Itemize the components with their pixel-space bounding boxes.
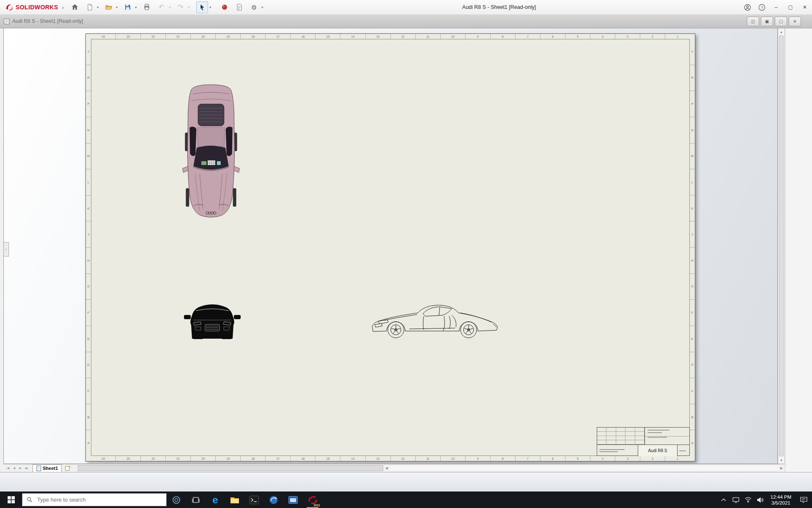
account-icon[interactable] (740, 0, 754, 14)
vertical-scroll-thumb[interactable] (779, 36, 784, 456)
save-caret-icon[interactable]: ▾ (134, 6, 138, 9)
3dexperience-icon[interactable] (264, 491, 283, 508)
zone-label: J (690, 221, 695, 247)
start-icon[interactable] (0, 491, 22, 508)
drawing-view-front[interactable] (183, 301, 241, 340)
volume-icon[interactable] (754, 491, 767, 508)
scroll-up-icon[interactable]: ▲ (778, 28, 785, 35)
tray-date: 3/5/2021 (771, 500, 790, 506)
file-explorer-icon[interactable] (225, 491, 244, 508)
file-properties-icon[interactable] (233, 1, 245, 13)
drawing-view-side[interactable] (369, 303, 502, 340)
sheet-nav-prev-icon[interactable]: ◀ (11, 465, 17, 472)
undo-caret-icon[interactable]: ▾ (168, 6, 172, 9)
zone-label: 8 (490, 456, 515, 461)
zone-label: 24 (91, 456, 115, 461)
open-caret-icon[interactable]: ▾ (115, 6, 119, 9)
help-icon[interactable]: ? (754, 0, 769, 14)
zone-label: 15 (315, 34, 340, 39)
doc-cascade-icon[interactable]: ▣ (761, 17, 773, 26)
zone-label: A (86, 430, 91, 456)
scroll-left-icon[interactable]: ◀ (383, 465, 390, 471)
horizontal-scroll-thumb[interactable] (78, 465, 383, 471)
app-titlebar: SOLIDWORKS › ▾ ▾ ▾ (0, 0, 812, 15)
display-icon[interactable] (730, 491, 742, 508)
zone-label: 7 (515, 456, 540, 461)
new-document-icon[interactable] (84, 1, 96, 13)
clock[interactable]: 12:44 PM 3/5/2021 (767, 494, 795, 506)
print-icon[interactable] (141, 1, 153, 13)
app-window-icon[interactable] (283, 491, 303, 508)
zone-label: 17 (265, 456, 290, 461)
network-icon[interactable] (742, 491, 754, 508)
notifications-icon[interactable] (795, 491, 812, 508)
zone-band-bottom: 242322212019181716151413121110987654321 (91, 456, 690, 461)
drawing-sheet[interactable]: 242322212019181716151413121110987654321 … (85, 33, 695, 461)
sheet-nav-next-icon[interactable]: ▶ (17, 465, 24, 472)
doc-close-icon[interactable]: ✕ (789, 17, 801, 26)
close-icon[interactable]: ✕ (798, 0, 812, 14)
appearance-sphere-icon[interactable] (219, 1, 230, 13)
brand-expand-arrow[interactable]: › (62, 4, 63, 11)
zone-label: 2 (640, 34, 665, 39)
title-block-revision-table (597, 428, 645, 444)
panel-collapse-chevron-icon[interactable]: ‹ (3, 242, 9, 257)
select-cursor-icon[interactable] (196, 1, 208, 13)
zone-label: 5 (565, 456, 590, 461)
horizontal-scroll-track[interactable] (390, 465, 778, 472)
zone-label: 6 (540, 456, 565, 461)
task-view-icon[interactable] (186, 491, 206, 508)
zone-label: A (690, 430, 695, 456)
new-caret-icon[interactable]: ▾ (96, 6, 100, 9)
zone-label: H (690, 247, 695, 273)
maximize-icon[interactable]: ▢ (783, 0, 798, 14)
save-icon[interactable] (122, 1, 134, 13)
vertical-scrollbar[interactable]: ▲ ▼ (778, 28, 785, 464)
search-icon (27, 497, 33, 503)
home-icon[interactable] (69, 1, 81, 13)
edge-icon[interactable]: e (206, 491, 225, 508)
zone-label: 1 (665, 456, 690, 461)
select-caret-icon[interactable]: ▾ (208, 6, 212, 9)
minimize-icon[interactable]: – (769, 0, 783, 14)
drawing-view-top[interactable] (181, 84, 241, 218)
taskbar-search[interactable] (22, 493, 167, 506)
zone-label: 14 (340, 456, 365, 461)
options-caret-icon[interactable]: ▾ (261, 6, 264, 9)
zone-label: N (690, 117, 695, 143)
task-pane-collapsed[interactable] (785, 28, 812, 472)
zone-label: 19 (215, 456, 240, 461)
sheet-nav-first-icon[interactable]: |◀ (5, 465, 11, 472)
tab-sheet1[interactable]: Sheet1 (33, 464, 62, 472)
search-input[interactable] (36, 496, 162, 503)
redo-caret-icon[interactable]: ▾ (187, 6, 191, 9)
open-folder-icon[interactable] (103, 1, 115, 13)
undo-icon[interactable]: ↶ (156, 1, 167, 13)
title-block-notes (597, 445, 638, 456)
cortana-icon[interactable] (167, 491, 186, 508)
doc-tile-icon[interactable]: ◫ (747, 17, 759, 26)
sheet-nav-last-icon[interactable]: ▶| (24, 465, 30, 472)
zone-label: T (690, 39, 695, 65)
redo-icon[interactable]: ↷ (175, 1, 187, 13)
zone-label: 10 (440, 34, 465, 39)
title-block-model-name: Audi R8 S (638, 445, 678, 456)
zone-label: 16 (290, 456, 315, 461)
title-block[interactable]: Audi R8 S (597, 427, 690, 456)
options-gear-icon[interactable]: ⚙ (248, 1, 260, 13)
scroll-right-icon[interactable]: ▶ (778, 465, 785, 471)
zone-label: L (690, 169, 695, 195)
solidworks-icon[interactable]: 2021 (303, 491, 322, 508)
zone-label: B (690, 404, 695, 430)
doc-restore-icon[interactable]: ▢ (775, 17, 787, 26)
zone-label: 21 (165, 34, 190, 39)
zone-label: F (86, 299, 91, 326)
zone-label: 17 (265, 34, 290, 39)
add-sheet-icon[interactable] (63, 465, 72, 472)
tray-expand-icon[interactable] (718, 491, 730, 508)
scroll-down-icon[interactable]: ▼ (778, 457, 785, 464)
drawing-viewport[interactable]: 242322212019181716151413121110987654321 … (3, 28, 778, 464)
console-icon[interactable] (244, 491, 264, 508)
title-block-sheet-cell (678, 445, 689, 456)
zone-label: 3 (615, 456, 640, 461)
